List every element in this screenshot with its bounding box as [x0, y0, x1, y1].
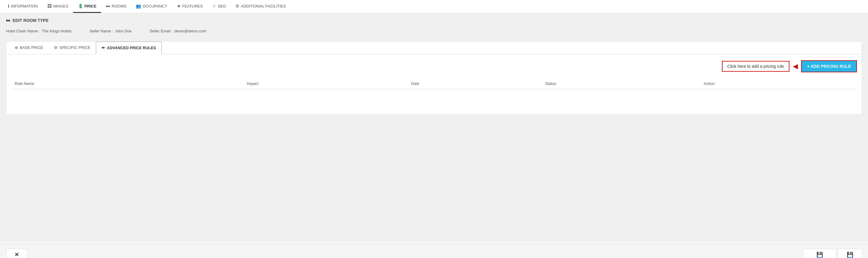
- save-and-stay-button[interactable]: 💾 Save and stay: [803, 249, 836, 258]
- seo-icon: ☆: [212, 4, 216, 8]
- nav-label-occupancy: OCCUPANCY: [143, 4, 167, 8]
- nav-item-occupancy[interactable]: 👥 OCCUPANCY: [131, 0, 172, 13]
- save-icon: 💾: [847, 251, 853, 258]
- col-date: Date: [407, 78, 541, 89]
- hotel-chain-label: Hotel Chain Name :: [6, 29, 40, 33]
- click-here-text: Click here to add a pricing rule: [727, 64, 784, 69]
- features-icon: ★: [177, 4, 181, 8]
- tab-specific-price-label: SPECIFIC PRICE: [59, 45, 90, 50]
- tabs-container: ⊕ BASE PRICE ⚙ SPECIFIC PRICE ✏ ADVANCED…: [6, 41, 862, 115]
- tab-advanced-price-rules-label: ADVANCED PRICE RULES: [107, 45, 156, 50]
- tab-advanced-price-rules[interactable]: ✏ ADVANCED PRICE RULES: [96, 41, 162, 54]
- seller-email-info: Seller Email : demo@demo.com: [150, 29, 206, 33]
- advanced-price-rules-content: Click here to add a pricing rule ◀ + ADD…: [6, 54, 862, 114]
- seller-email-value: demo@demo.com: [174, 29, 206, 33]
- nav-label-additional-facilities: ADDITIONAL FACILITIES: [241, 4, 286, 8]
- add-pricing-rule-button[interactable]: + ADD PRICING RULE: [801, 60, 857, 72]
- tab-specific-price[interactable]: ⚙ SPECIFIC PRICE: [49, 41, 96, 54]
- page-content: 🛏 EDIT ROOM TYPE Hotel Chain Name : The …: [0, 13, 868, 241]
- save-stay-icon: 💾: [816, 251, 823, 258]
- add-rule-row: Click here to add a pricing rule ◀ + ADD…: [11, 60, 857, 72]
- info-bar: Hotel Chain Name : The Kings Hotels Sell…: [6, 27, 862, 35]
- section-icon: 🛏: [6, 18, 10, 23]
- cancel-button[interactable]: ✕ Cancel: [6, 249, 27, 258]
- section-title: EDIT ROOM TYPE: [12, 18, 49, 23]
- nav-label-seo: SEO: [218, 4, 226, 8]
- arrow-left-icon: ◀: [793, 63, 798, 70]
- col-impact: Impact: [243, 78, 408, 89]
- tab-base-price-label: BASE PRICE: [20, 45, 43, 50]
- add-rule-btn-label: + ADD PRICING RULE: [807, 64, 851, 69]
- additional-facilities-icon: ⚙: [236, 4, 239, 8]
- base-price-icon: ⊕: [15, 45, 18, 50]
- seller-name-label: Seller Name :: [89, 29, 113, 33]
- nav-label-images: IMAGES: [53, 4, 68, 8]
- seller-email-label: Seller Email :: [150, 29, 173, 33]
- seller-name-value: John Doe: [115, 29, 132, 33]
- section-header: 🛏 EDIT ROOM TYPE: [6, 18, 862, 23]
- nav-item-information[interactable]: ℹ INFORMATION: [3, 0, 42, 13]
- nav-item-additional-facilities[interactable]: ⚙ ADDITIONAL FACILITIES: [231, 0, 291, 13]
- nav-label-information: INFORMATION: [11, 4, 38, 8]
- cancel-icon: ✕: [14, 251, 19, 258]
- rooms-icon: 🛏: [106, 4, 110, 8]
- hotel-chain-info: Hotel Chain Name : The Kings Hotels: [6, 29, 71, 33]
- nav-item-features[interactable]: ★ FEATURES: [172, 0, 208, 13]
- click-here-box: Click here to add a pricing rule: [722, 61, 789, 72]
- nav-label-price: PRICE: [85, 4, 97, 8]
- tabs-header: ⊕ BASE PRICE ⚙ SPECIFIC PRICE ✏ ADVANCED…: [6, 41, 862, 54]
- nav-label-features: FEATURES: [182, 4, 203, 8]
- images-icon: 🖼: [48, 4, 52, 8]
- table-header-row: Rule Name Impact Date Status Action: [11, 78, 857, 89]
- nav-item-images[interactable]: 🖼 IMAGES: [42, 0, 73, 13]
- col-rule-name: Rule Name: [11, 78, 243, 89]
- col-action: Action: [700, 78, 857, 89]
- seller-name-info: Seller Name : John Doe: [89, 29, 131, 33]
- pricing-rules-table: Rule Name Impact Date Status Action: [11, 78, 857, 89]
- footer-bar: ✕ Cancel 💾 Save and stay 💾 Save: [0, 244, 868, 258]
- col-status: Status: [542, 78, 700, 89]
- information-icon: ℹ: [8, 4, 9, 8]
- price-icon: 💲: [78, 4, 83, 8]
- save-button[interactable]: 💾 Save: [838, 249, 862, 258]
- occupancy-icon: 👥: [136, 4, 141, 8]
- nav-item-rooms[interactable]: 🛏 ROOMS: [101, 0, 131, 13]
- advanced-price-rules-icon: ✏: [102, 45, 105, 50]
- specific-price-icon: ⚙: [54, 45, 58, 50]
- nav-item-price[interactable]: 💲 PRICE: [73, 0, 101, 13]
- tab-base-price[interactable]: ⊕ BASE PRICE: [9, 41, 49, 54]
- nav-item-seo[interactable]: ☆ SEO: [208, 0, 231, 13]
- footer-right: 💾 Save and stay 💾 Save: [803, 249, 862, 258]
- nav-label-rooms: ROOMS: [112, 4, 126, 8]
- top-navigation: ℹ INFORMATION 🖼 IMAGES 💲 PRICE 🛏 ROOMS 👥…: [0, 0, 868, 13]
- hotel-chain-value: The Kings Hotels: [42, 29, 71, 33]
